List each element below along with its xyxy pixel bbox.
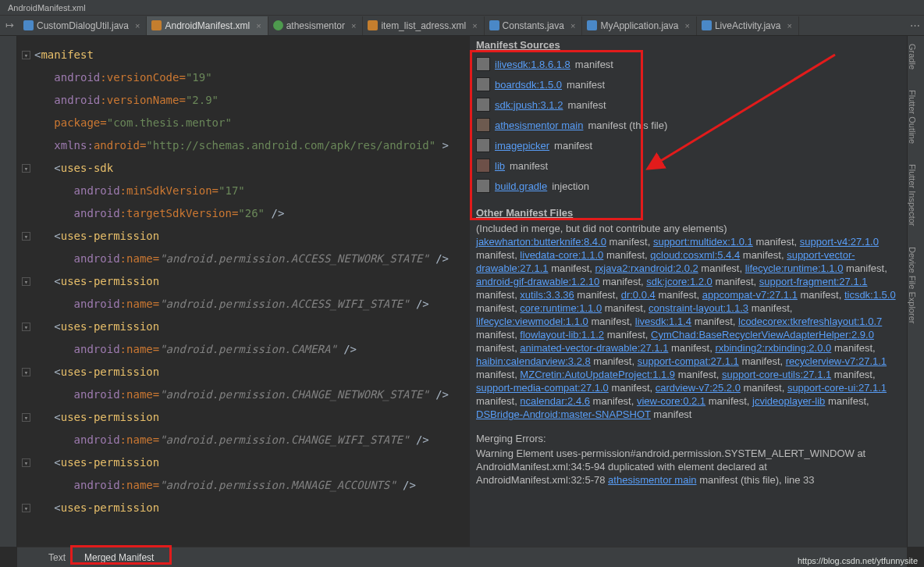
manifest-source-row: build.gradle injection: [476, 176, 901, 196]
merging-errors-title: Merging Errors:: [476, 432, 901, 445]
manifest-sources-title: Manifest Sources: [470, 36, 907, 54]
manifest-link[interactable]: lcodecorex:tkrefreshlayout:1.0.7: [738, 316, 882, 327]
manifest-link[interactable]: android-gif-drawable:1.2.10: [476, 276, 599, 287]
manifest-link-text: manifest,: [549, 262, 595, 274]
manifest-link[interactable]: sdk:jcore:1.2.0: [646, 276, 713, 287]
manifest-link[interactable]: recyclerview-v7:27.1.1: [786, 355, 887, 367]
manifest-source-text: manifest (this file): [588, 119, 667, 131]
close-icon[interactable]: ×: [472, 21, 477, 30]
manifest-link[interactable]: qcloud:cosxml:5.4.4: [650, 249, 740, 261]
tool-window-tab[interactable]: Device File Explorer: [908, 241, 917, 323]
breadcrumb[interactable]: AndroidManifest.xml: [8, 3, 86, 12]
manifest-link[interactable]: constraint-layout:1.1.3: [649, 302, 748, 314]
manifest-link[interactable]: haibin:calendarview:3.2.8: [476, 355, 591, 367]
manifest-link[interactable]: support-fragment:27.1.1: [759, 276, 868, 287]
close-icon[interactable]: ×: [351, 21, 356, 30]
manifest-link[interactable]: support-v4:27.1.0: [800, 236, 879, 248]
manifest-link[interactable]: MZCretin:AutoUpdateProject:1.1.9: [520, 369, 675, 380]
editor-mode-tab[interactable]: Text: [39, 549, 75, 566]
file-tab-label: item_list_adress.xml: [381, 20, 466, 31]
manifest-link[interactable]: ncalendar:2.4.6: [520, 395, 590, 407]
manifest-link[interactable]: livedata-core:1.1.0: [520, 249, 603, 261]
other-manifest-title: Other Manifest Files: [470, 204, 907, 222]
error-line: AndroidManifest.xml:32:5-78 athesismento…: [476, 473, 901, 487]
code-editor[interactable]: ▾<manifest android:versionCode="19" andr…: [17, 36, 470, 547]
tool-window-tab[interactable]: Flutter Outline: [908, 84, 917, 144]
merged-manifest-panel: Manifest Sources ilivesdk:1.8.6.1.8 mani…: [470, 36, 907, 547]
manifest-link[interactable]: view-core:0.2.1: [637, 395, 705, 407]
file-tab[interactable]: item_list_adress.xml×: [363, 16, 484, 35]
editor-mode-tab[interactable]: Merged Manifest: [75, 549, 163, 566]
manifest-link-text: manifest,: [476, 395, 520, 407]
manifest-source-link[interactable]: imagepicker: [495, 140, 549, 152]
file-tab[interactable]: athesismentor×: [268, 16, 364, 35]
manifest-source-row: ilivesdk:1.8.6.1.8 manifest: [476, 54, 901, 74]
manifest-source-row: boardsdk:1.5.0 manifest: [476, 74, 901, 94]
manifest-link[interactable]: support:multidex:1.0.1: [653, 236, 753, 248]
manifest-link-text: manifest: [651, 408, 692, 420]
file-icon: [702, 20, 712, 30]
manifest-link[interactable]: lifecycle:viewmodel:1.1.0: [476, 316, 588, 327]
manifest-source-link[interactable]: build.gradle: [495, 180, 547, 192]
file-icon: [489, 20, 499, 30]
manifest-link-text: manifest,: [574, 289, 621, 301]
manifest-link[interactable]: support-compat:27.1.1: [638, 355, 739, 367]
tool-window-tab[interactable]: Gradle: [908, 37, 917, 70]
manifest-link-text: manifest,: [603, 249, 650, 261]
manifest-link[interactable]: rxbinding2:rxbinding:2.0.0: [715, 342, 831, 354]
manifest-link[interactable]: athesismentor main: [608, 474, 696, 486]
manifest-source-link[interactable]: ilivesdk:1.8.6.1.8: [495, 59, 570, 70]
manifest-source-link[interactable]: athesismentor main: [495, 119, 583, 131]
manifest-link-text: manifest,: [713, 276, 759, 287]
tool-window-tab[interactable]: Flutter Inspector: [908, 158, 917, 226]
file-tab[interactable]: LiveActivity.java×: [697, 16, 799, 35]
close-icon[interactable]: ×: [135, 21, 140, 30]
manifest-link[interactable]: jakewharton:butterknife:8.4.0: [476, 236, 606, 248]
manifest-link-text: manifest,: [656, 289, 702, 301]
manifest-link-text: manifest,: [698, 262, 745, 274]
manifest-link[interactable]: appcompat-v7:27.1.1: [702, 289, 798, 301]
manifest-source-link[interactable]: lib: [495, 160, 505, 172]
manifest-link[interactable]: support-media-compat:27.1.0: [476, 382, 609, 394]
manifest-link-text: manifest,: [476, 289, 520, 301]
manifest-link[interactable]: support-core-utils:27.1.1: [722, 369, 831, 380]
tab-overflow-icon[interactable]: ⋯: [905, 16, 924, 35]
file-tab-label: AndroidManifest.xml: [165, 20, 250, 31]
close-icon[interactable]: ×: [256, 21, 261, 30]
close-icon[interactable]: ×: [684, 21, 689, 30]
manifest-link-text: manifest,: [602, 302, 649, 314]
file-tab[interactable]: AndroidManifest.xml×: [147, 16, 268, 35]
manifest-link-text: manifest,: [590, 395, 637, 407]
manifest-link[interactable]: rxjava2:rxandroid:2.0.2: [595, 262, 698, 274]
file-tab[interactable]: MyApplication.java×: [582, 16, 697, 35]
manifest-link-text: manifest,: [740, 249, 787, 261]
manifest-link[interactable]: core:runtime:1.1.0: [520, 302, 602, 314]
manifest-link[interactable]: lifecycle:runtime:1.1.0: [745, 262, 844, 274]
manifest-link[interactable]: xutils:3.3.36: [520, 289, 574, 301]
manifest-source-row: lib manifest: [476, 155, 901, 176]
file-tab-label: Constants.java: [503, 20, 564, 31]
manifest-source-link[interactable]: sdk:jpush:3.1.2: [495, 99, 563, 111]
manifest-source-text: manifest: [567, 79, 605, 91]
manifest-link[interactable]: animated-vector-drawable:27.1.1: [520, 342, 668, 354]
manifest-link-text: manifest,: [691, 316, 738, 327]
manifest-link[interactable]: ticsdk:1.5.0: [844, 289, 896, 301]
close-icon[interactable]: ×: [787, 21, 791, 30]
file-tab[interactable]: CustomDialogUtil.java×: [19, 16, 147, 35]
close-icon[interactable]: ×: [570, 21, 575, 30]
manifest-link[interactable]: support-core-ui:27.1.1: [787, 382, 887, 394]
manifest-link[interactable]: jcvideoplayer-lib: [752, 395, 825, 407]
manifest-link[interactable]: livesdk:1.1.4: [635, 316, 691, 327]
file-tab[interactable]: Constants.java×: [485, 16, 583, 35]
manifest-link[interactable]: DSBridge-Android:master-SNAPSHOT: [476, 408, 651, 420]
manifest-link[interactable]: CymChad:BaseRecyclerViewAdapterHelper:2.…: [651, 329, 874, 341]
manifest-source-link[interactable]: boardsdk:1.5.0: [495, 79, 562, 91]
manifest-sources-list: ilivesdk:1.8.6.1.8 manifestboardsdk:1.5.…: [470, 54, 907, 201]
other-manifest-block: (Included in merge, but did not contribu…: [470, 222, 907, 429]
manifest-link-text: manifest,: [476, 302, 520, 314]
tab-nav-left-icon[interactable]: ↦: [0, 16, 19, 35]
manifest-link-text: manifest,: [741, 382, 787, 394]
manifest-link[interactable]: dr:0.0.4: [621, 289, 656, 301]
manifest-link[interactable]: cardview-v7:25.2.0: [656, 382, 741, 394]
manifest-link[interactable]: flowlayout-lib:1.1.2: [520, 329, 604, 341]
